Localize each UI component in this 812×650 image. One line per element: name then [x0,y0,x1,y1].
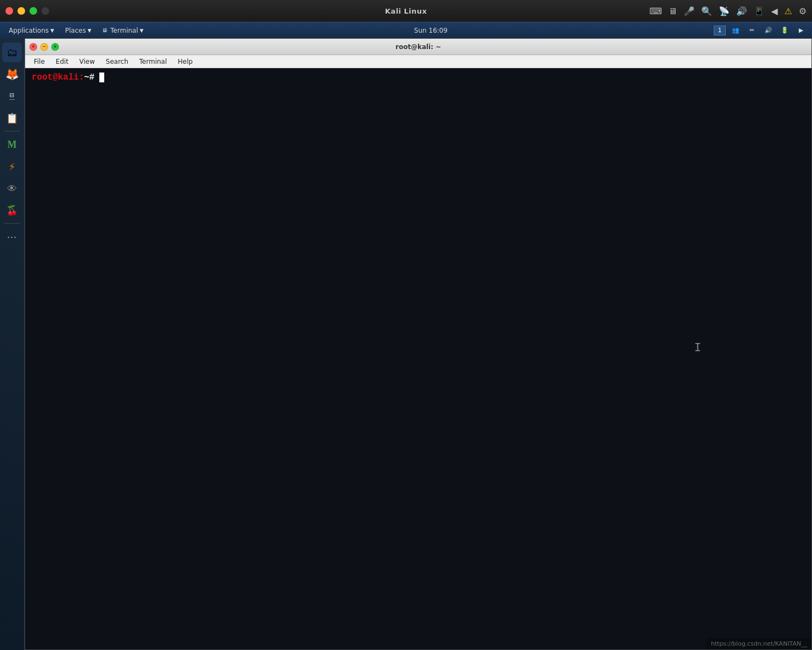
text-cursor-indicator: I [694,341,701,355]
terminal-window: ✕ − + root@kali: ~ File Edit View Sear [25,38,812,650]
view-menu[interactable]: View [75,57,99,67]
files-icon: 🗂 [7,46,17,59]
pencil-icon[interactable]: ✏ [745,25,759,37]
mic-icon[interactable]: 🎤 [684,6,695,16]
extra-button[interactable] [41,7,49,15]
workspace-indicator[interactable]: 1 [714,26,726,35]
tablet-icon[interactable]: 📱 [754,6,765,16]
burpsuite-dock-item[interactable]: ⚡ [2,157,22,176]
taskbar-left: Applications ▼ Places ▼ 🖥 Terminal ▼ [4,26,148,35]
cherry-icon: 🍒 [6,204,18,216]
eye-dock-item[interactable]: 👁 [2,178,22,198]
chevron-down-icon: ▼ [140,28,144,33]
search-icon[interactable]: 🔍 [701,6,712,16]
terminal-menubar: File Edit View Search Terminal Help [25,55,811,68]
burpsuite-icon: ⚡ [9,161,16,172]
terminal-cursor [99,73,104,82]
minimize-button[interactable] [17,7,25,15]
places-menu[interactable]: Places ▼ [61,26,95,35]
terminal-dock-item[interactable]: ⊟—— [2,86,22,106]
email-icon: M [8,139,17,151]
help-menu[interactable]: Help [174,57,197,67]
battery-icon[interactable]: 🔋 [778,25,791,37]
back-icon[interactable]: ◀ [771,6,778,16]
email-dock-item[interactable]: M [2,135,22,154]
volume-right-icon[interactable]: 🔊 [762,25,775,37]
notes-icon: 📋 [6,112,18,124]
firefox-dock-item[interactable]: 🦊 [2,64,22,84]
status-bar: https://blog.csdn.net/KANITAN__ [707,638,811,649]
search-menu[interactable]: Search [101,57,133,67]
terminal-taskbar-icon: 🖥 [102,27,108,33]
terminal-prompt-path: ~# [84,73,94,82]
taskbar-clock: Sun 16:09 [414,27,447,34]
warning-icon[interactable]: ⚠ [784,6,792,16]
cherry-dock-item[interactable]: 🍒 [2,200,22,220]
topbar-title: Kali Linux [385,7,427,15]
settings-icon[interactable]: ⚙ [799,6,807,16]
taskbar: Applications ▼ Places ▼ 🖥 Terminal ▼ Sun… [0,22,812,38]
eye-icon: 👁 [7,183,17,194]
network-off-icon[interactable]: 📡 [719,6,730,16]
taskbar-right: 1 👥 ✏ 🔊 🔋 ▶ [714,25,808,37]
terminal-prompt-user: root@kali: [32,73,84,82]
sidebar-dock: 🗂 🦊 ⊟—— 📋 M ⚡ 👁 🍒 ⋯ [0,38,25,650]
applications-menu[interactable]: Applications ▼ [4,26,58,35]
top-bar-left [5,7,49,15]
firefox-icon: 🦊 [5,68,19,81]
files-dock-item[interactable]: 🗂 [2,43,22,62]
chevron-down-icon: ▼ [50,28,54,33]
main-area: 🗂 🦊 ⊟—— 📋 M ⚡ 👁 🍒 ⋯ [0,38,812,650]
close-button[interactable] [5,7,13,15]
terminal-close-button[interactable]: ✕ [29,43,37,51]
file-menu[interactable]: File [29,57,49,67]
terminal-menu-item[interactable]: Terminal [135,57,171,67]
terminal-titlebar-left: ✕ − + [29,43,59,51]
grid-dock-item[interactable]: ⋯ [2,227,22,246]
chevron-right-icon[interactable]: ▶ [795,25,808,37]
terminal-dock-icon: ⊟—— [9,91,15,102]
terminal-menu[interactable]: 🖥 Terminal ▼ [98,26,148,35]
terminal-body[interactable]: root@kali:~# I [25,68,811,649]
dock-separator-1 [4,131,20,131]
volume-icon[interactable]: 🔊 [736,6,747,16]
users-icon[interactable]: 👥 [729,25,742,37]
grid-icon: ⋯ [7,231,17,243]
top-bar-right: ⌨ 🖥 🎤 🔍 📡 🔊 📱 ◀ ⚠ ⚙ [649,6,807,16]
notes-dock-item[interactable]: 📋 [2,108,22,128]
dock-separator-2 [4,223,20,224]
terminal-title-label: root@kali: ~ [396,43,441,51]
terminal-minimize-button[interactable]: − [40,43,48,51]
edit-menu[interactable]: Edit [51,57,73,67]
chevron-down-icon: ▼ [87,28,91,33]
desktop: ✕ − + root@kali: ~ File Edit View Sear [25,38,812,650]
top-bar: Kali Linux ⌨ 🖥 🎤 🔍 📡 🔊 📱 ◀ ⚠ ⚙ [0,0,812,22]
terminal-titlebar: ✕ − + root@kali: ~ [25,39,811,55]
maximize-button[interactable] [29,7,37,15]
keyboard-icon[interactable]: ⌨ [649,6,662,16]
terminal-restore-button[interactable]: + [51,43,59,51]
cpu-icon[interactable]: 🖥 [668,6,677,16]
